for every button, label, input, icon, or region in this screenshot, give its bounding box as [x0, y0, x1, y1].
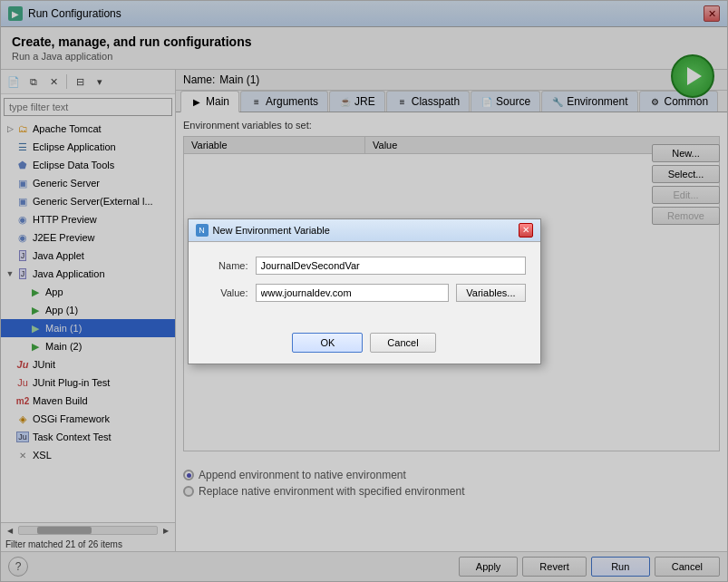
new-env-dialog: N New Environment Variable ✕ Name: Value…: [188, 218, 541, 364]
dialog-footer: OK Cancel: [189, 325, 540, 364]
dialog-title-bar: N New Environment Variable ✕: [189, 219, 540, 242]
dialog-name-row: Name:: [203, 257, 526, 275]
dialog-name-label: Name:: [203, 260, 248, 271]
dialog-overlay: N New Environment Variable ✕ Name: Value…: [1, 1, 727, 581]
dialog-cancel-button[interactable]: Cancel: [370, 333, 435, 353]
dialog-close-button[interactable]: ✕: [519, 223, 533, 238]
dialog-title-text: New Environment Variable: [213, 225, 330, 236]
dialog-value-label: Value:: [203, 287, 248, 298]
dialog-value-row: Value: Variables...: [203, 284, 526, 302]
dialog-name-input[interactable]: [256, 257, 526, 275]
dialog-icon: N: [196, 224, 209, 237]
dialog-body: Name: Value: Variables...: [189, 242, 540, 325]
dialog-value-input[interactable]: [256, 284, 450, 302]
run-configurations-window: ▶ Run Configurations ✕ Create, manage, a…: [0, 0, 728, 582]
variables-button[interactable]: Variables...: [456, 284, 525, 302]
dialog-ok-button[interactable]: OK: [292, 333, 363, 353]
dialog-title-left: N New Environment Variable: [196, 224, 330, 237]
